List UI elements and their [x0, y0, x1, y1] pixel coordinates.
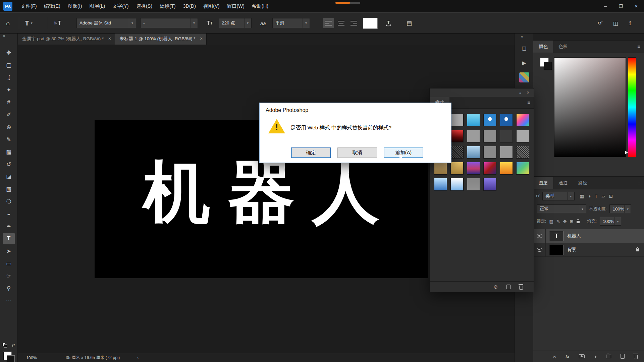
shape-tool[interactable]: ▭: [3, 258, 15, 269]
blur-tool[interactable]: ❍: [3, 196, 15, 207]
gradient-tool[interactable]: ▧: [3, 183, 15, 195]
collapse-panels-icon[interactable]: «: [521, 34, 523, 39]
layer-row[interactable]: T 机器人: [533, 229, 644, 243]
style-swatch[interactable]: [500, 130, 513, 142]
clone-stamp-tool[interactable]: ▩: [3, 146, 15, 158]
append-button[interactable]: 追加(A): [384, 147, 423, 158]
menu-view[interactable]: 视图(V): [200, 0, 223, 12]
filter-smart-objects-icon[interactable]: ⊡: [609, 193, 613, 199]
blend-mode-select[interactable]: 正常 ▾: [537, 204, 586, 213]
brush-tool[interactable]: ✎: [3, 134, 15, 145]
style-swatch[interactable]: [483, 130, 496, 142]
tab-close-icon[interactable]: ✕: [108, 37, 111, 41]
lock-position-icon[interactable]: ✥: [563, 219, 567, 224]
filter-shape-layers-icon[interactable]: ▱: [601, 193, 605, 199]
style-swatch[interactable]: [516, 162, 529, 175]
warp-text-button[interactable]: T: [386, 20, 391, 26]
pen-tool[interactable]: ✒: [3, 221, 15, 232]
history-brush-tool[interactable]: ↺: [3, 159, 15, 170]
edit-toolbar-icon[interactable]: ⋯: [3, 295, 15, 306]
tool-preset-picker[interactable]: T ▾: [25, 19, 33, 27]
saturation-brightness-field[interactable]: [554, 57, 626, 157]
style-swatch[interactable]: [434, 162, 447, 175]
style-swatch[interactable]: [483, 162, 496, 175]
filter-type-layers-icon[interactable]: T: [595, 194, 597, 199]
style-swatch[interactable]: [450, 162, 464, 175]
font-style-select[interactable]: - ▾: [140, 18, 198, 28]
align-left-button[interactable]: [323, 18, 334, 28]
font-size-select[interactable]: 220 点 ▾: [219, 18, 252, 28]
close-panel-icon[interactable]: ✕: [527, 90, 530, 95]
font-family-select[interactable]: Adobe 黑体 Std ▾: [76, 18, 136, 28]
type-tool[interactable]: T: [3, 233, 15, 244]
lock-transparency-icon[interactable]: ▨: [549, 219, 553, 224]
close-button[interactable]: ✕: [629, 0, 644, 12]
clear-style-icon[interactable]: ⊘: [493, 284, 498, 290]
style-swatch[interactable]: [467, 146, 480, 159]
menu-3d[interactable]: 3D(D): [179, 0, 200, 12]
panel-menu-icon[interactable]: ≡: [637, 41, 640, 53]
menu-layer[interactable]: 图层(L): [86, 0, 109, 12]
layer-filter-select[interactable]: 类型 ▾: [542, 192, 575, 200]
menu-window[interactable]: 窗口(W): [223, 0, 248, 12]
spot-healing-brush-tool[interactable]: ⊕: [3, 121, 15, 133]
home-icon[interactable]: ⌂: [6, 19, 10, 27]
style-swatch[interactable]: [483, 114, 496, 126]
move-tool[interactable]: ✥: [3, 47, 15, 58]
eyedropper-tool[interactable]: ✐: [3, 109, 15, 120]
layer-thumbnail[interactable]: T: [549, 231, 564, 241]
tab-channels[interactable]: 通道: [553, 177, 573, 189]
style-swatch[interactable]: [483, 146, 496, 159]
style-swatch[interactable]: [467, 162, 480, 175]
zoom-tool[interactable]: ⚲: [3, 283, 15, 294]
text-orientation-toggle[interactable]: ⇅ T: [54, 20, 61, 26]
share-icon[interactable]: ↥: [628, 20, 632, 26]
delete-style-icon[interactable]: [519, 284, 523, 290]
expand-panel-icon[interactable]: »: [3, 34, 5, 38]
tab-paths[interactable]: 路径: [573, 177, 593, 189]
dodge-tool[interactable]: ◒: [3, 208, 15, 220]
layer-effects-icon[interactable]: fx: [566, 354, 570, 359]
marquee-tool[interactable]: ▢: [3, 59, 15, 71]
menu-edit[interactable]: 编辑(E): [41, 0, 64, 12]
patterns-panel-icon[interactable]: [519, 72, 529, 82]
lock-image-icon[interactable]: ✎: [556, 219, 560, 224]
hand-tool[interactable]: ☞: [3, 270, 15, 282]
crop-tool[interactable]: #: [3, 97, 15, 108]
background-color-swatch[interactable]: [7, 355, 15, 362]
actions-panel-icon[interactable]: ▶: [519, 58, 529, 68]
text-color-swatch[interactable]: [363, 18, 378, 29]
style-swatch[interactable]: [516, 146, 529, 159]
tab-swatches[interactable]: 色板: [553, 41, 573, 53]
layer-row[interactable]: 背景: [533, 243, 644, 257]
new-style-icon[interactable]: [506, 285, 511, 289]
search-icon[interactable]: ⚲: [598, 20, 602, 26]
panel-foreground-background[interactable]: [540, 58, 552, 70]
style-swatch[interactable]: [500, 114, 513, 126]
menu-type[interactable]: 文字(Y): [109, 0, 132, 12]
layer-visibility-toggle[interactable]: [533, 229, 546, 243]
style-swatch[interactable]: [500, 162, 513, 175]
default-colors-icon[interactable]: [2, 343, 7, 348]
minimize-button[interactable]: ─: [598, 0, 613, 12]
fill-field[interactable]: 100% ▾: [600, 217, 621, 226]
tab-layers[interactable]: 图层: [533, 177, 553, 189]
style-swatch[interactable]: [450, 178, 464, 191]
background-color-swatch[interactable]: [544, 62, 552, 70]
lock-artboard-icon[interactable]: ⊞: [570, 219, 574, 224]
style-swatch[interactable]: [467, 114, 480, 126]
lock-all-icon[interactable]: [577, 221, 580, 223]
lasso-tool[interactable]: ʆ: [3, 72, 15, 83]
status-options-chevron-icon[interactable]: ›: [137, 355, 139, 360]
link-layers-icon[interactable]: ∞: [553, 354, 556, 359]
style-swatch[interactable]: [467, 130, 480, 142]
cancel-button[interactable]: 取消: [337, 147, 377, 158]
style-swatch[interactable]: [450, 130, 464, 142]
layer-thumbnail[interactable]: [549, 245, 564, 255]
hue-slider-thumb[interactable]: [625, 151, 628, 154]
panel-menu-icon[interactable]: ≡: [527, 97, 530, 108]
style-swatch[interactable]: [500, 146, 513, 159]
align-center-button[interactable]: [335, 18, 347, 28]
style-swatch[interactable]: [516, 114, 529, 126]
adjustment-layer-icon[interactable]: ◑: [594, 354, 597, 359]
